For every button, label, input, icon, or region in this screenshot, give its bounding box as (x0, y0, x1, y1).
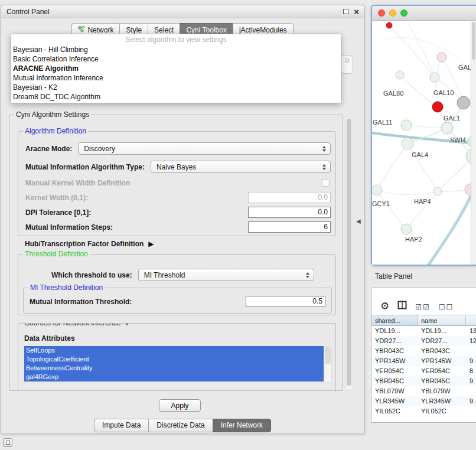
node-label: GAL80 (458, 64, 471, 71)
network-node[interactable] (457, 96, 470, 109)
float-panel-icon[interactable] (343, 9, 348, 14)
network-node[interactable] (432, 102, 443, 112)
network-node[interactable] (396, 71, 404, 79)
network-scrollbar-thumb[interactable] (472, 22, 475, 60)
tab-label: Network (87, 26, 113, 34)
network-canvas[interactable]: GAL80GAL80GAL10GAL11GAL1SWI4GAL4GCY1HAP4… (372, 21, 476, 265)
table-row[interactable]: YBL079WYBL079W (371, 386, 476, 396)
dpi-tolerance-field[interactable]: 0.0 (248, 207, 331, 218)
control-panel-title: Control Panel (6, 8, 50, 16)
tab-infer-network[interactable]: Infer Network (213, 419, 271, 432)
network-node[interactable] (433, 187, 442, 195)
algorithm-option[interactable]: Bayesian - K2 (11, 83, 341, 92)
data-attribute-item[interactable]: gal4RGexp (24, 373, 324, 381)
collapsed-panel-icon[interactable] (3, 438, 12, 447)
table-row[interactable]: YBR043CYBR043C (371, 346, 476, 356)
mi-type-select[interactable]: Naive Bayes (151, 161, 331, 173)
hub-definition-toggle[interactable]: Hub/Transcription Factor Definition ▶ (25, 239, 154, 249)
network-window-titlebar[interactable] (372, 6, 476, 21)
table-panel-window: ⚙ ☑☑ ☐☐ shared... name YDL19...YDL19...1… (371, 288, 476, 423)
selected-value: Discovery (84, 145, 321, 153)
column-header-extra[interactable] (466, 315, 476, 325)
network-node[interactable] (372, 185, 382, 195)
settings-scrollbar[interactable] (345, 117, 353, 391)
cyni-mode-tabbar: Impute Data Discretize Data Infer Networ… (1, 419, 364, 432)
table-cell: 9. (466, 396, 476, 406)
network-edge (377, 190, 438, 195)
network-node[interactable] (441, 122, 453, 134)
node-label: GAL1 (444, 115, 460, 122)
table-row[interactable]: YBR045CYBR045C9. (371, 376, 476, 386)
table-row[interactable]: YPR145WYPR145W9. (371, 356, 476, 366)
network-node[interactable] (430, 73, 439, 82)
algorithm-option[interactable]: Dream8 DC_TDC Algorithm (11, 92, 341, 102)
algorithm-option[interactable]: Mutual Information Inference (11, 73, 341, 83)
algorithm-option[interactable]: Bayesian - Hill Climbing (11, 45, 341, 54)
algorithm-option[interactable]: ARACNE Algorithm (11, 64, 341, 73)
tab-impute-data[interactable]: Impute Data (94, 419, 149, 432)
expand-arrow-icon: ▶ (148, 240, 154, 248)
mi-threshold-group: MI Threshold Definition Mutual Informati… (23, 288, 332, 314)
settings-scrollbar-thumb[interactable] (347, 119, 351, 386)
network-node[interactable] (437, 53, 446, 62)
aracne-mode-select[interactable]: Discovery (78, 142, 331, 155)
mi-threshold-field[interactable]: 0.5 (246, 296, 325, 307)
mi-type-label: Mutual Information Algorithm Type: (25, 163, 145, 171)
minimize-window-icon[interactable] (389, 9, 396, 17)
network-view-window: GAL80GAL80GAL10GAL11GAL1SWI4GAL4GCY1HAP4… (371, 5, 476, 266)
tab-label: jActiveModules (239, 26, 287, 34)
close-window-icon[interactable] (378, 9, 385, 17)
network-edge (377, 190, 406, 229)
hidden-combo-fragment[interactable] (340, 55, 353, 74)
table-body: YDL19...YDL19...13YDR27...YDR27...12YBR0… (371, 326, 476, 416)
data-attribute-item[interactable]: TopologicalCoefficient (24, 355, 324, 364)
data-attribute-item[interactable]: SelfLoops (24, 346, 324, 355)
network-node[interactable] (401, 224, 412, 234)
attributes-list-scrollbar[interactable] (324, 346, 332, 383)
tab-discretize-data[interactable]: Discretize Data (148, 419, 213, 432)
network-svg: GAL80GAL80GAL10GAL11GAL1SWI4GAL4GCY1HAP4… (372, 21, 471, 265)
mi-steps-field[interactable]: 6 (248, 221, 331, 233)
apply-button[interactable]: Apply (159, 399, 201, 412)
threshold-select[interactable]: MI Threshold (138, 269, 314, 281)
algorithm-option[interactable]: Basic Correlation Inference (11, 54, 341, 64)
node-label: GAL10 (433, 89, 454, 96)
data-attributes-list: SelfLoopsTopologicalCoefficientBetweenne… (24, 346, 324, 381)
table-cell: YIL052C (371, 406, 418, 416)
kernel-width-field[interactable]: 0.0 (248, 192, 331, 203)
column-header-shared-name[interactable]: shared... (371, 315, 418, 325)
table-cell: YBL079W (418, 386, 466, 396)
combo-arrows-icon (321, 164, 327, 170)
selected-value: Naive Bayes (157, 163, 321, 171)
threshold-definition-group: Threshold Definition Which threshold to … (18, 254, 336, 315)
close-panel-icon[interactable]: × (354, 8, 359, 15)
manual-kernel-row: Manual Kernel Width Definition (25, 177, 331, 189)
table-cell: YLR345W (371, 396, 418, 406)
table-row[interactable]: YDL19...YDL19...13 (371, 326, 476, 336)
data-attribute-item[interactable]: BetweennessCentrality (24, 364, 324, 373)
table-row[interactable]: YDR27...YDR27...12 (371, 336, 476, 346)
deselect-all-icon[interactable]: ☐☐ (439, 303, 454, 311)
network-scrollbar[interactable] (471, 21, 476, 265)
table-cell: 13 (466, 326, 476, 336)
column-header-name[interactable]: name (418, 315, 466, 325)
collapse-arrow-icon[interactable]: ▼ (123, 323, 131, 328)
manual-kernel-checkbox[interactable] (322, 179, 330, 187)
network-node[interactable] (465, 184, 471, 195)
table-row[interactable]: YIL052CYIL052C (371, 406, 476, 416)
network-edge (377, 144, 407, 190)
network-node[interactable] (466, 149, 471, 164)
table-cell: YBR045C (371, 376, 418, 386)
network-node[interactable] (386, 22, 392, 28)
zoom-window-icon[interactable] (400, 9, 407, 17)
table-row[interactable]: YER054CYER054C8. (371, 366, 476, 376)
table-row[interactable]: YLR345WYLR345W9. (371, 396, 476, 406)
column-browser-icon[interactable] (397, 301, 407, 311)
panel-collapse-arrow[interactable]: ◀ (356, 218, 361, 224)
network-node[interactable] (402, 138, 413, 149)
network-node[interactable] (401, 120, 412, 131)
network-edge (384, 37, 467, 69)
table-cell: YBR043C (371, 346, 418, 356)
gear-icon[interactable]: ⚙ (380, 302, 389, 311)
select-all-icon[interactable]: ☑☑ (415, 303, 431, 311)
